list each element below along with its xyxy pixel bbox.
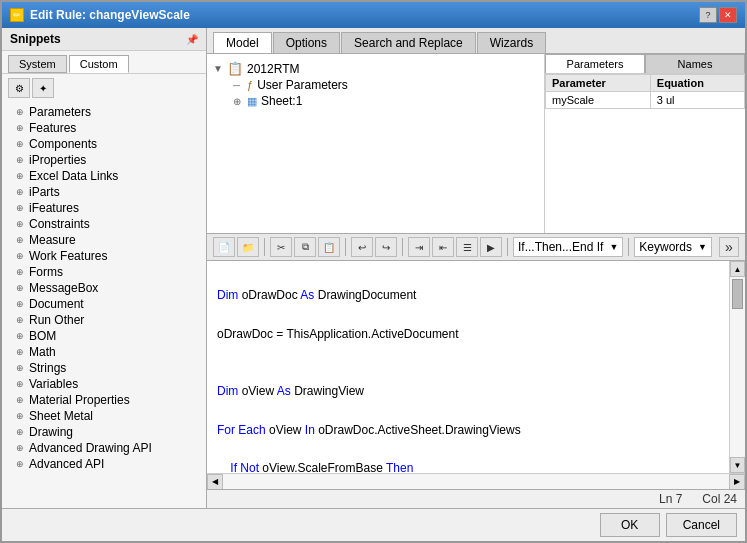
table-row[interactable]: myScale 3 ul: [546, 92, 745, 109]
list-item[interactable]: ⊕iProperties: [4, 152, 204, 168]
scroll-left-button[interactable]: ◀: [207, 474, 223, 490]
param-tabs: Parameters Names: [545, 54, 745, 74]
expand-icon[interactable]: »: [719, 237, 739, 257]
close-button[interactable]: ✕: [719, 7, 737, 23]
list-item[interactable]: ⊕Drawing: [4, 424, 204, 440]
status-bar: Ln 7 Col 24: [207, 489, 745, 508]
main-window: ✏ Edit Rule: changeViewScale ? ✕ Snippet…: [0, 0, 747, 543]
scroll-up-button[interactable]: ▲: [730, 261, 745, 277]
indent-tool[interactable]: ⇥: [408, 237, 430, 257]
tab-options[interactable]: Options: [273, 32, 340, 53]
scroll-down-button[interactable]: ▼: [730, 457, 745, 473]
list-item[interactable]: ⊕Forms: [4, 264, 204, 280]
list-item-work-features[interactable]: ⊕Work Features: [4, 248, 204, 264]
tab-system[interactable]: System: [8, 55, 67, 73]
list-item[interactable]: ⊕iParts: [4, 184, 204, 200]
cell-param-equation: 3 ul: [650, 92, 744, 109]
list-item[interactable]: ⊕Components: [4, 136, 204, 152]
undo-tool[interactable]: ↩: [351, 237, 373, 257]
list-item[interactable]: ⊕Math: [4, 344, 204, 360]
tree-sheet[interactable]: ⊕ ▦ Sheet:1: [213, 93, 538, 109]
copy-tool[interactable]: ⧉: [294, 237, 316, 257]
param-pane: Parameters Names Parameter Equation: [545, 54, 745, 233]
list-item[interactable]: ⊕Document: [4, 296, 204, 312]
outdent-tool[interactable]: ⇤: [432, 237, 454, 257]
list-item[interactable]: ⊕Excel Data Links: [4, 168, 204, 184]
sep-3: [402, 238, 403, 256]
tab-model[interactable]: Model: [213, 32, 272, 53]
keywords-dropdown[interactable]: Keywords ▼: [634, 237, 712, 257]
tree-func-icon: ƒ: [247, 79, 253, 91]
list-item[interactable]: ⊕Advanced Drawing API: [4, 440, 204, 456]
scroll-track[interactable]: [730, 277, 745, 457]
footer-bar: OK Cancel: [2, 508, 745, 541]
list-item[interactable]: ⊕BOM: [4, 328, 204, 344]
tab-search-replace[interactable]: Search and Replace: [341, 32, 476, 53]
snippet-toolbar: ⚙ ✦: [2, 74, 206, 102]
scroll-thumb[interactable]: [732, 279, 743, 309]
run-tool[interactable]: ▶: [480, 237, 502, 257]
col-indicator: Col 24: [702, 492, 737, 506]
pin-icon[interactable]: 📌: [186, 34, 198, 45]
snippet-list: ⊕Parameters ⊕Features ⊕Components ⊕iProp…: [2, 102, 206, 508]
title-bar-buttons: ? ✕: [699, 7, 737, 23]
cancel-button[interactable]: Cancel: [666, 513, 737, 537]
param-tab-parameters[interactable]: Parameters: [545, 54, 645, 73]
tab-custom[interactable]: Custom: [69, 55, 129, 73]
tree-pane: ▼ 📋 2012RTM ─ ƒ User Parameters ⊕ ▦ Shee…: [207, 54, 545, 233]
tree-expand-icon: ▼: [213, 63, 223, 74]
code-container: Dim oDrawDoc As DrawingDocument oDrawDoc…: [207, 261, 745, 473]
tree-user-params-label: User Parameters: [257, 78, 348, 92]
snippet-tool-2[interactable]: ✦: [32, 78, 54, 98]
list-item[interactable]: ⊕Parameters: [4, 104, 204, 120]
snippet-tool-1[interactable]: ⚙: [8, 78, 30, 98]
snippets-tabs: System Custom: [2, 51, 206, 74]
list-item-run-other[interactable]: ⊕Run Other: [4, 312, 204, 328]
list-item[interactable]: ⊕Constraints: [4, 216, 204, 232]
if-then-dropdown[interactable]: If...Then...End If ▼: [513, 237, 623, 257]
tab-wizards[interactable]: Wizards: [477, 32, 546, 53]
snippets-title: Snippets: [10, 32, 61, 46]
main-content: Snippets 📌 System Custom ⚙ ✦ ⊕Parameters…: [2, 28, 745, 508]
sep-2: [345, 238, 346, 256]
code-line: If Not oView.ScaleFromBase Then: [217, 459, 719, 473]
tree-icon: 📋: [227, 61, 243, 76]
vertical-scrollbar: ▲ ▼: [729, 261, 745, 473]
h-scroll-track[interactable]: [223, 474, 729, 489]
list-item[interactable]: ⊕MessageBox: [4, 280, 204, 296]
title-bar: ✏ Edit Rule: changeViewScale ? ✕: [2, 2, 745, 28]
list-item[interactable]: ⊕Material Properties: [4, 392, 204, 408]
right-panel: Model Options Search and Replace Wizards…: [207, 28, 745, 508]
list-item[interactable]: ⊕Advanced API: [4, 456, 204, 472]
list-item[interactable]: ⊕Variables: [4, 376, 204, 392]
list-item[interactable]: ⊕Sheet Metal: [4, 408, 204, 424]
tree-expand-icon-2: ─: [233, 80, 243, 91]
tree-user-params[interactable]: ─ ƒ User Parameters: [213, 77, 538, 93]
open-tool[interactable]: 📁: [237, 237, 259, 257]
code-editor[interactable]: Dim oDrawDoc As DrawingDocument oDrawDoc…: [207, 261, 729, 473]
list-item[interactable]: ⊕Features: [4, 120, 204, 136]
code-line: oDrawDoc = ThisApplication.ActiveDocumen…: [217, 325, 719, 344]
paste-tool[interactable]: 📋: [318, 237, 340, 257]
ok-button[interactable]: OK: [600, 513, 660, 537]
app-icon: ✏: [10, 8, 24, 22]
dropdown-arrow: ▼: [609, 242, 618, 252]
tree-root[interactable]: ▼ 📋 2012RTM: [213, 60, 538, 77]
list-item[interactable]: ⊕Strings: [4, 360, 204, 376]
list-item[interactable]: ⊕Measure: [4, 232, 204, 248]
editor-toolbar: 📄 📁 ✂ ⧉ 📋 ↩ ↪ ⇥ ⇤ ☰ ▶ If...The: [207, 234, 745, 261]
new-tool[interactable]: 📄: [213, 237, 235, 257]
redo-tool[interactable]: ↪: [375, 237, 397, 257]
code-line: Dim oView As DrawingView: [217, 382, 719, 401]
tree-root-label: 2012RTM: [247, 62, 299, 76]
top-tabs: Model Options Search and Replace Wizards: [207, 28, 745, 54]
horizontal-scrollbar: ◀ ▶: [207, 473, 745, 489]
sep-1: [264, 238, 265, 256]
cell-param-name: myScale: [546, 92, 651, 109]
help-button[interactable]: ?: [699, 7, 717, 23]
align-tool[interactable]: ☰: [456, 237, 478, 257]
param-tab-names[interactable]: Names: [645, 54, 745, 73]
cut-tool[interactable]: ✂: [270, 237, 292, 257]
list-item[interactable]: ⊕iFeatures: [4, 200, 204, 216]
scroll-right-button[interactable]: ▶: [729, 474, 745, 490]
